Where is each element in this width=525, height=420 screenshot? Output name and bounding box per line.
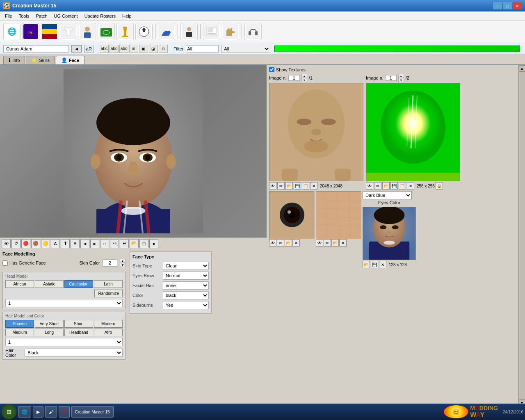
head-model-combo[interactable]: 1 bbox=[5, 299, 123, 307]
head-model-african[interactable]: African bbox=[5, 280, 34, 288]
player-name-input[interactable] bbox=[3, 45, 69, 52]
skin-color-input[interactable] bbox=[103, 259, 117, 267]
tex2-extra-btn[interactable]: 🔒 bbox=[436, 182, 443, 189]
menu-ug-content[interactable]: UG Content bbox=[51, 13, 81, 19]
hair-afro[interactable]: Afro bbox=[94, 329, 123, 336]
face-tool-head-icon[interactable]: 🔴 bbox=[21, 239, 30, 248]
face-tool-left-icon[interactable]: ◄ bbox=[80, 239, 89, 248]
toolbar-headphones-icon[interactable] bbox=[244, 23, 262, 40]
face-tool-b-icon[interactable]: B bbox=[71, 239, 80, 248]
tex1-copy-btn[interactable]: 📋 bbox=[302, 182, 309, 189]
tab-skills[interactable]: ⭐ Skills bbox=[26, 56, 55, 64]
filter-btn-4[interactable]: ⊟ bbox=[159, 45, 168, 53]
image-n2-down[interactable]: ▼ bbox=[398, 78, 404, 82]
hair-medium[interactable]: Medium bbox=[5, 329, 34, 336]
filter-input[interactable] bbox=[186, 45, 219, 52]
face-tool-undo-icon[interactable]: ↩ bbox=[120, 239, 129, 248]
image-n2-up[interactable]: ▲ bbox=[398, 74, 404, 78]
face-tool-circle-icon[interactable]: ● bbox=[149, 239, 158, 248]
image-n1-up[interactable]: ▲ bbox=[301, 74, 307, 78]
start-button[interactable]: ⊞ bbox=[2, 404, 16, 419]
maximize-button[interactable]: □ bbox=[503, 2, 512, 9]
portrait-save-btn[interactable]: 💾 bbox=[371, 261, 378, 268]
skin-type-combo[interactable]: Clean Normal Rough bbox=[163, 262, 209, 270]
hair-very-short[interactable]: Very Short bbox=[35, 320, 64, 328]
minimize-button[interactable]: ─ bbox=[493, 2, 502, 9]
image-n2-input[interactable] bbox=[385, 75, 397, 81]
menu-help[interactable]: Help bbox=[119, 13, 135, 19]
menu-file[interactable]: File bbox=[2, 13, 16, 19]
eye-tex-load-btn[interactable]: 📂 bbox=[285, 239, 292, 247]
color-combo[interactable]: black brown blonde bbox=[163, 291, 209, 299]
toolbar-premier-league-icon[interactable]: PL bbox=[22, 23, 39, 40]
head-model-latin[interactable]: Latin bbox=[94, 280, 123, 288]
taskbar-item-opera[interactable]: O bbox=[59, 406, 70, 418]
menu-update-rosters[interactable]: Update Rosters bbox=[81, 13, 119, 19]
toolbar-boot-icon[interactable] bbox=[158, 23, 175, 40]
sideburns-combo[interactable]: Yes No bbox=[163, 301, 209, 309]
face-tool-open-icon[interactable]: 📂 bbox=[130, 239, 139, 248]
tex1-eye-btn[interactable]: 👁 bbox=[269, 182, 276, 189]
tab-info[interactable]: ℹ Info bbox=[3, 56, 25, 64]
skin-color-up[interactable]: ▲ bbox=[120, 259, 126, 263]
tex2-load-btn[interactable]: 📂 bbox=[382, 182, 390, 189]
face-tool-a-icon[interactable]: A bbox=[51, 239, 60, 248]
eye-tex-edit-btn[interactable]: ✏ bbox=[277, 239, 284, 247]
show-textures-checkbox[interactable] bbox=[269, 67, 274, 72]
filter-combo[interactable]: All bbox=[221, 45, 270, 53]
face-tool-double-icon[interactable]: ⇔ bbox=[110, 239, 119, 248]
face-tool-hair-icon[interactable]: 🟡 bbox=[41, 239, 50, 248]
taskbar-app-item[interactable]: Creation Master 15 bbox=[71, 406, 114, 418]
tex1-edit-btn[interactable]: ✏ bbox=[277, 182, 285, 189]
eye-tex-del-btn[interactable]: ✕ bbox=[292, 239, 300, 247]
tex2-copy-btn[interactable]: 📋 bbox=[399, 182, 406, 189]
tab-face[interactable]: 👤 Face bbox=[56, 56, 84, 64]
menu-patch[interactable]: Patch bbox=[32, 13, 50, 19]
taskbar-item-wmp[interactable]: ▶ bbox=[33, 406, 43, 418]
tex2-del-btn[interactable]: ✕ bbox=[407, 182, 414, 189]
tex1-load-btn[interactable]: 📂 bbox=[285, 182, 293, 189]
toolbar-newspaper-icon[interactable] bbox=[203, 23, 220, 40]
skin-color-down[interactable]: ▼ bbox=[120, 263, 126, 267]
player-prev-button[interactable]: ◄ bbox=[71, 45, 82, 52]
hair-shaven[interactable]: Shaven bbox=[5, 320, 34, 328]
toolbar-stadium-icon[interactable] bbox=[98, 23, 115, 40]
hair-color-combo[interactable]: Black bbox=[25, 349, 123, 357]
eye-tex-eye-btn[interactable]: 👁 bbox=[269, 239, 276, 247]
hair-model-combo[interactable]: 1 bbox=[5, 338, 123, 346]
randomize-button[interactable]: Randomize bbox=[94, 290, 123, 297]
hair-headband[interactable]: Headband bbox=[64, 329, 93, 336]
hair-short[interactable]: Short bbox=[64, 320, 93, 328]
toolbar-globe-icon[interactable]: 🌐 bbox=[3, 23, 21, 40]
close-button[interactable]: ✕ bbox=[513, 2, 522, 9]
abc-btn-1[interactable]: abc bbox=[100, 45, 109, 53]
taskbar-item-paint[interactable]: 🖌 bbox=[45, 406, 57, 418]
head-model-asiatic[interactable]: Asiatic bbox=[35, 280, 64, 288]
tex2-save-btn[interactable]: 💾 bbox=[390, 182, 398, 189]
toolbar-player-icon[interactable] bbox=[79, 23, 96, 40]
abc-btn-3[interactable]: abc bbox=[119, 45, 128, 53]
face-tool-rotate-icon[interactable]: ↺ bbox=[11, 239, 21, 248]
toolbar-trophy-icon[interactable] bbox=[116, 23, 134, 40]
toolbar-coach-icon[interactable] bbox=[180, 23, 198, 40]
image-n1-input[interactable] bbox=[288, 75, 300, 81]
skin-tex-eye-btn[interactable]: 👁 bbox=[316, 239, 323, 247]
face-tool-square-icon[interactable]: □ bbox=[139, 239, 148, 248]
toolbar-gloves-icon[interactable] bbox=[222, 23, 239, 40]
tex1-del-btn[interactable]: ✕ bbox=[310, 182, 317, 189]
toolbar-barcelona-icon[interactable] bbox=[41, 23, 58, 40]
scrollbar-right[interactable]: ▲ ▼ bbox=[518, 65, 525, 406]
toolbar-kit-icon[interactable] bbox=[60, 23, 77, 40]
face-tool-arrows-icon[interactable]: ↔ bbox=[100, 239, 109, 248]
toolbar-ball-icon[interactable] bbox=[135, 23, 153, 40]
filter-btn-2[interactable]: ▣ bbox=[139, 45, 148, 53]
scroll-up-btn[interactable]: ▲ bbox=[519, 65, 525, 72]
hair-modern[interactable]: Modern bbox=[94, 320, 123, 328]
menu-tools[interactable]: Tools bbox=[16, 13, 33, 19]
face-tool-right-icon[interactable]: ► bbox=[90, 239, 99, 248]
face-tool-mask-icon[interactable]: 🟤 bbox=[31, 239, 40, 248]
tex1-save-btn[interactable]: 💾 bbox=[294, 182, 301, 189]
tex2-eye-btn[interactable]: 👁 bbox=[366, 182, 373, 189]
head-model-caucasian[interactable]: Caucasian bbox=[64, 280, 93, 288]
eyes-color-dropdown[interactable]: Dark Blue Blue Green Brown Black bbox=[363, 191, 412, 199]
